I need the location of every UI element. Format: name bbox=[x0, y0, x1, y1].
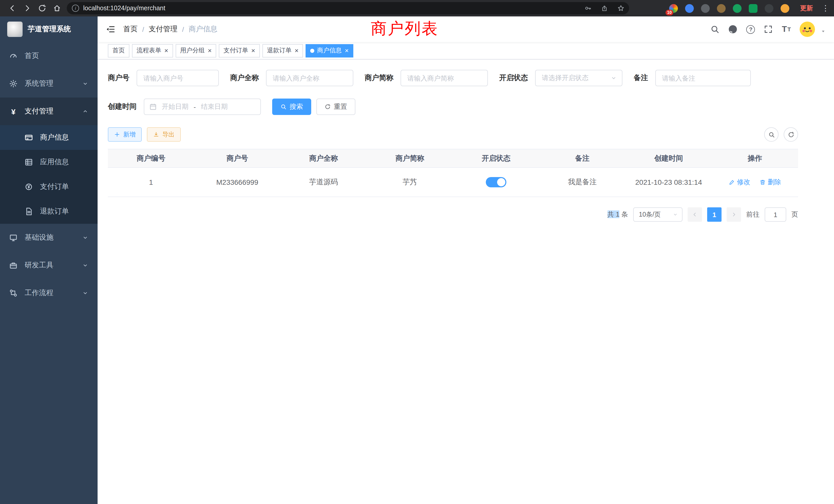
delete-link[interactable]: 删除 bbox=[760, 178, 781, 187]
fullscreen-icon[interactable] bbox=[764, 25, 773, 34]
tab-label: 流程表单 bbox=[137, 46, 161, 55]
tab-merchant-info[interactable]: 商户信息× bbox=[306, 44, 353, 57]
filter-short-name: 商户简称 bbox=[365, 70, 488, 86]
share-icon[interactable] bbox=[598, 2, 611, 14]
breadcrumb-payment[interactable]: 支付管理 bbox=[149, 25, 177, 34]
sidebar-item-home[interactable]: 首页 bbox=[0, 42, 97, 70]
topbar: 首页 / 支付管理 / 商户信息 商户列表 ? TT bbox=[97, 17, 834, 42]
extension-icon-6[interactable] bbox=[747, 3, 759, 14]
font-size-icon[interactable]: TT bbox=[782, 25, 791, 34]
date-end-placeholder: 结束日期 bbox=[201, 102, 228, 111]
tab-user-group[interactable]: 用户分组× bbox=[175, 44, 216, 57]
address-bar[interactable]: i localhost:1024/pay/merchant bbox=[67, 2, 629, 14]
tab-refund-order[interactable]: 退款订单× bbox=[262, 44, 303, 57]
close-icon[interactable]: × bbox=[345, 47, 349, 54]
back-icon[interactable] bbox=[5, 1, 19, 15]
reset-button-label: 重置 bbox=[334, 102, 347, 111]
status-toggle[interactable] bbox=[486, 177, 506, 187]
github-icon[interactable] bbox=[728, 25, 738, 34]
gear-icon bbox=[9, 79, 18, 88]
sidebar-item-system[interactable]: 系统管理 bbox=[0, 70, 97, 97]
site-info-icon[interactable]: i bbox=[72, 5, 79, 12]
avatar-caret-icon[interactable] bbox=[821, 29, 826, 34]
menu-label: 商户信息 bbox=[40, 133, 69, 142]
prev-page-button[interactable] bbox=[688, 207, 702, 222]
filter-merchant-no: 商户号 bbox=[108, 70, 219, 86]
breadcrumb-home[interactable]: 首页 bbox=[123, 25, 138, 34]
cell-actions: 修改 删除 bbox=[712, 167, 798, 197]
header-search-icon[interactable] bbox=[710, 25, 720, 34]
forward-icon[interactable] bbox=[20, 1, 34, 15]
sidebar-item-dev-tools[interactable]: 研发工具 bbox=[0, 251, 97, 279]
menu-label: 基础设施 bbox=[25, 233, 53, 242]
extension-icon-3[interactable] bbox=[699, 3, 711, 14]
extension-icon-1[interactable]: 10 bbox=[667, 3, 679, 14]
browser-profile-avatar[interactable] bbox=[779, 3, 790, 14]
status-select[interactable]: 请选择开启状态 bbox=[535, 70, 622, 86]
close-icon[interactable]: × bbox=[295, 47, 299, 54]
tab-process-form[interactable]: 流程表单× bbox=[132, 44, 173, 57]
table-toolbar: 新增 导出 bbox=[108, 127, 798, 142]
menu-label: 工作流程 bbox=[25, 289, 53, 298]
tab-label: 首页 bbox=[112, 46, 125, 55]
extension-icon-2[interactable] bbox=[683, 3, 695, 14]
sidebar-item-infrastructure[interactable]: 基础设施 bbox=[0, 224, 97, 251]
tab-label: 支付订单 bbox=[223, 46, 248, 55]
close-icon[interactable]: × bbox=[164, 47, 168, 54]
menu-label: 应用信息 bbox=[40, 158, 69, 167]
full-name-input[interactable] bbox=[266, 70, 353, 86]
search-button[interactable]: 搜索 bbox=[272, 98, 311, 115]
url-text[interactable]: localhost:1024/pay/merchant bbox=[83, 5, 578, 12]
tab-pay-order[interactable]: 支付订单× bbox=[219, 44, 260, 57]
table-right-tools bbox=[764, 127, 798, 142]
browser-menu-icon[interactable]: ⋮ bbox=[822, 4, 829, 13]
edit-link[interactable]: 修改 bbox=[729, 178, 750, 187]
col-merchant-no: 商户号 bbox=[194, 149, 280, 167]
bookmark-star-icon[interactable] bbox=[615, 2, 627, 14]
merchant-no-input[interactable] bbox=[137, 70, 219, 86]
home-icon[interactable] bbox=[50, 1, 64, 15]
toolbox-icon bbox=[9, 261, 18, 270]
browser-toolbar: i localhost:1024/pay/merchant 10 更新 ⋮ bbox=[0, 0, 834, 17]
sidebar-item-pay-order[interactable]: 支付订单 bbox=[0, 175, 97, 199]
remark-input[interactable] bbox=[655, 70, 751, 86]
sidebar-item-workflow[interactable]: 工作流程 bbox=[0, 279, 97, 307]
reset-button[interactable]: 重置 bbox=[316, 98, 355, 115]
goto-label: 前往 bbox=[746, 210, 760, 219]
filter-status: 开启状态 请选择开启状态 bbox=[499, 70, 622, 86]
reload-icon[interactable] bbox=[35, 1, 49, 15]
extension-icon-7[interactable] bbox=[763, 3, 774, 14]
password-key-icon[interactable] bbox=[582, 2, 594, 14]
tab-label: 退款订单 bbox=[267, 46, 292, 55]
date-start-placeholder: 开始日期 bbox=[162, 102, 189, 111]
browser-update-button[interactable]: 更新 bbox=[800, 4, 813, 13]
close-icon[interactable]: × bbox=[251, 47, 255, 54]
breadcrumb-separator: / bbox=[142, 25, 144, 33]
toggle-search-icon[interactable] bbox=[764, 127, 778, 142]
menu-label: 研发工具 bbox=[25, 261, 53, 270]
tab-home[interactable]: 首页 bbox=[108, 44, 129, 57]
sidebar-item-merchant-info[interactable]: 商户信息 bbox=[0, 125, 97, 150]
sidebar-item-app-info[interactable]: 应用信息 bbox=[0, 150, 97, 175]
col-actions: 操作 bbox=[712, 149, 798, 167]
sidebar-item-payment[interactable]: ¥ 支付管理 bbox=[0, 97, 97, 125]
extension-icon-5[interactable] bbox=[731, 3, 743, 14]
edit-link-label: 修改 bbox=[737, 178, 750, 187]
refresh-icon[interactable] bbox=[784, 127, 798, 142]
extension-icon-4[interactable] bbox=[716, 3, 727, 14]
short-name-input[interactable] bbox=[400, 70, 488, 86]
help-icon[interactable]: ? bbox=[746, 25, 755, 33]
page-size-select[interactable]: 10条/页 bbox=[633, 207, 682, 222]
sidebar-group-payment: ¥ 支付管理 商户信息 应用信息 支付订单 bbox=[0, 97, 97, 224]
export-button[interactable]: 导出 bbox=[147, 127, 181, 142]
page-1-button[interactable]: 1 bbox=[707, 207, 722, 222]
close-icon[interactable]: × bbox=[208, 47, 212, 54]
next-page-button[interactable] bbox=[727, 207, 741, 222]
date-range-picker[interactable]: 开始日期 - 结束日期 bbox=[144, 98, 261, 115]
user-avatar[interactable] bbox=[799, 22, 815, 37]
status-select-placeholder: 请选择开启状态 bbox=[542, 73, 589, 83]
sidebar-item-refund-order[interactable]: 退款订单 bbox=[0, 199, 97, 224]
sidebar-toggle-icon[interactable] bbox=[106, 25, 115, 34]
add-button[interactable]: 新增 bbox=[108, 127, 142, 142]
goto-page-input[interactable] bbox=[765, 207, 786, 222]
